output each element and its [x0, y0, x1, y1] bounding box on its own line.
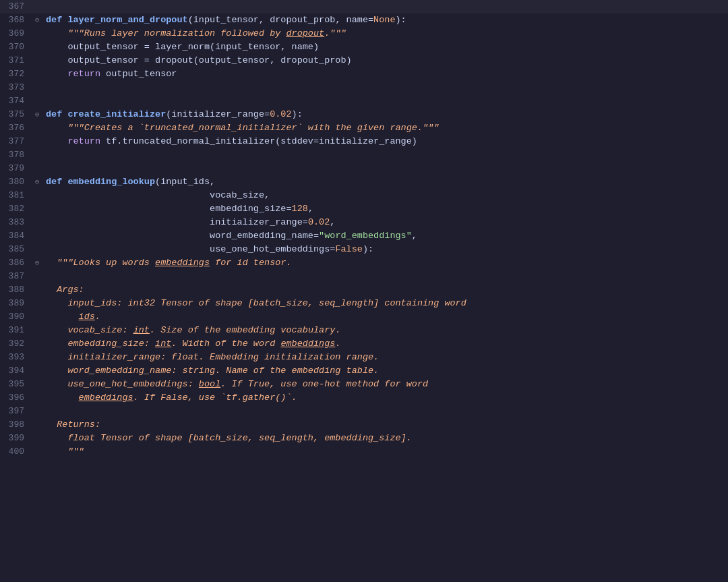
line-number: 380	[0, 175, 35, 189]
code-line: 393 initializer_range: float. Embedding …	[0, 351, 728, 364]
code-line: 380⊖def embedding_lookup(input_ids,	[0, 175, 728, 189]
line-number: 381	[0, 189, 35, 202]
line-number: 386	[0, 256, 35, 270]
code-content: return output_tensor	[44, 67, 728, 81]
line-number: 378	[0, 148, 35, 162]
line-number: 395	[0, 378, 35, 391]
code-line: 371 output_tensor = dropout(output_tenso…	[0, 54, 728, 67]
code-content: float Tensor of shape [batch_size, seq_l…	[44, 432, 728, 445]
line-number: 393	[0, 351, 35, 364]
line-number: 398	[0, 418, 35, 432]
code-line: 389 input_ids: int32 Tensor of shape [ba…	[0, 297, 728, 310]
code-content: initializer_range: float. Embedding init…	[44, 351, 728, 364]
code-line: 398 Returns:	[0, 418, 728, 432]
fold-indicator[interactable]: ⊖	[35, 13, 44, 27]
line-number: 367	[0, 0, 35, 13]
code-content: vocab_size,	[44, 189, 728, 202]
code-line: 390 ids.	[0, 310, 728, 324]
code-content: def embedding_lookup(input_ids,	[44, 175, 728, 189]
code-line: 384 word_embedding_name="word_embeddings…	[0, 229, 728, 243]
line-number: 376	[0, 121, 35, 135]
code-line: 367	[0, 0, 728, 13]
code-line: 395 use_one_hot_embeddings: bool. If Tru…	[0, 378, 728, 391]
line-number: 383	[0, 216, 35, 229]
code-line: 385 use_one_hot_embeddings=False):	[0, 243, 728, 256]
fold-indicator[interactable]: ⊖	[35, 256, 44, 270]
code-line: 372 return output_tensor	[0, 67, 728, 81]
code-line: 387	[0, 270, 728, 283]
code-content: output_tensor = dropout(output_tensor, d…	[44, 54, 728, 67]
code-content: input_ids: int32 Tensor of shape [batch_…	[44, 297, 728, 310]
line-number: 375	[0, 108, 35, 121]
code-content: use_one_hot_embeddings=False):	[44, 243, 728, 256]
code-content: """Looks up words embeddings for id tens…	[44, 256, 728, 270]
line-number: 373	[0, 81, 35, 94]
line-number: 391	[0, 324, 35, 337]
code-line: 388 Args:	[0, 283, 728, 297]
code-content: embedding_size: int. Width of the word e…	[44, 337, 728, 351]
line-number: 400	[0, 445, 35, 459]
code-content: """Runs layer normalization followed by …	[44, 27, 728, 40]
code-line: 392 embedding_size: int. Width of the wo…	[0, 337, 728, 351]
code-content: return tf.truncated_normal_initializer(s…	[44, 135, 728, 148]
line-number: 392	[0, 337, 35, 351]
code-line: 399 float Tensor of shape [batch_size, s…	[0, 432, 728, 445]
code-line: 369 """Runs layer normalization followed…	[0, 27, 728, 40]
code-content: embedding_size=128,	[44, 202, 728, 216]
code-content: word_embedding_name: string. Name of the…	[44, 364, 728, 378]
line-number: 382	[0, 202, 35, 216]
line-number: 396	[0, 391, 35, 405]
line-number: 397	[0, 405, 35, 418]
line-number: 399	[0, 432, 35, 445]
code-line: 396 embeddings. If False, use `tf.gather…	[0, 391, 728, 405]
line-number: 388	[0, 283, 35, 297]
line-number: 387	[0, 270, 35, 283]
line-number: 374	[0, 94, 35, 108]
code-content: use_one_hot_embeddings: bool. If True, u…	[44, 378, 728, 391]
line-number: 390	[0, 310, 35, 324]
line-number: 394	[0, 364, 35, 378]
code-line: 368⊖def layer_norm_and_dropout(input_ten…	[0, 13, 728, 27]
code-content: def create_initializer(initializer_range…	[44, 108, 728, 121]
code-line: 373	[0, 81, 728, 94]
code-content: """	[44, 445, 728, 459]
line-number: 368	[0, 13, 35, 27]
code-line: 377 return tf.truncated_normal_initializ…	[0, 135, 728, 148]
line-number: 372	[0, 67, 35, 81]
code-line: 376 """Creates a `truncated_normal_initi…	[0, 121, 728, 135]
line-number: 377	[0, 135, 35, 148]
code-line: 374	[0, 94, 728, 108]
code-line: 386⊖ """Looks up words embeddings for id…	[0, 256, 728, 270]
code-content: Returns:	[44, 418, 728, 432]
code-content: vocab_size: int. Size of the embedding v…	[44, 324, 728, 337]
code-line: 382 embedding_size=128,	[0, 202, 728, 216]
line-number: 369	[0, 27, 35, 40]
code-content: def layer_norm_and_dropout(input_tensor,…	[44, 13, 728, 27]
code-content: ids.	[44, 310, 728, 324]
code-line: 378	[0, 148, 728, 162]
line-number: 385	[0, 243, 35, 256]
line-number: 379	[0, 162, 35, 175]
code-content: Args:	[44, 283, 728, 297]
line-number: 389	[0, 297, 35, 310]
code-line: 381 vocab_size,	[0, 189, 728, 202]
code-line: 370 output_tensor = layer_norm(input_ten…	[0, 40, 728, 54]
code-editor: 367 368⊖def layer_norm_and_dropout(input…	[0, 0, 728, 582]
code-line: 394 word_embedding_name: string. Name of…	[0, 364, 728, 378]
code-line: 383 initializer_range=0.02,	[0, 216, 728, 229]
line-number: 371	[0, 54, 35, 67]
code-content: embeddings. If False, use `tf.gather()`.	[44, 391, 728, 405]
code-line: 400 """	[0, 445, 728, 459]
code-content: output_tensor = layer_norm(input_tensor,…	[44, 40, 728, 54]
code-line: 379	[0, 162, 728, 175]
code-content: word_embedding_name="word_embeddings",	[44, 229, 728, 243]
code-content: initializer_range=0.02,	[44, 216, 728, 229]
code-content: """Creates a `truncated_normal_initializ…	[44, 121, 728, 135]
line-number: 370	[0, 40, 35, 54]
fold-indicator[interactable]: ⊖	[35, 175, 44, 189]
code-line: 375⊖def create_initializer(initializer_r…	[0, 108, 728, 121]
fold-indicator[interactable]: ⊖	[35, 108, 44, 121]
code-line: 391 vocab_size: int. Size of the embeddi…	[0, 324, 728, 337]
line-number: 384	[0, 229, 35, 243]
code-line: 397	[0, 405, 728, 418]
